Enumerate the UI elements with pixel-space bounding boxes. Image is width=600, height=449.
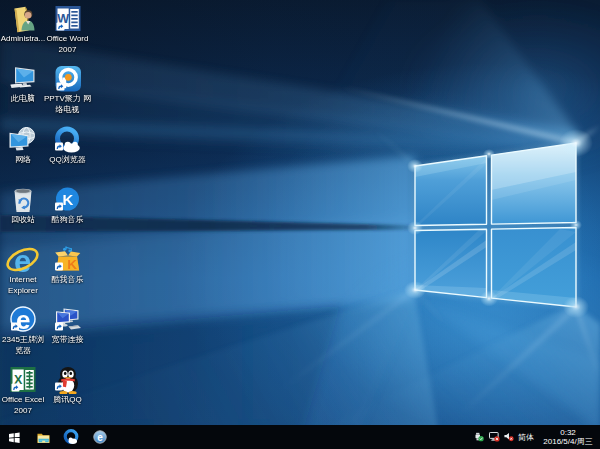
svg-text:K: K [62, 191, 73, 208]
svg-text:K: K [67, 257, 77, 272]
svg-text:e: e [97, 432, 103, 443]
